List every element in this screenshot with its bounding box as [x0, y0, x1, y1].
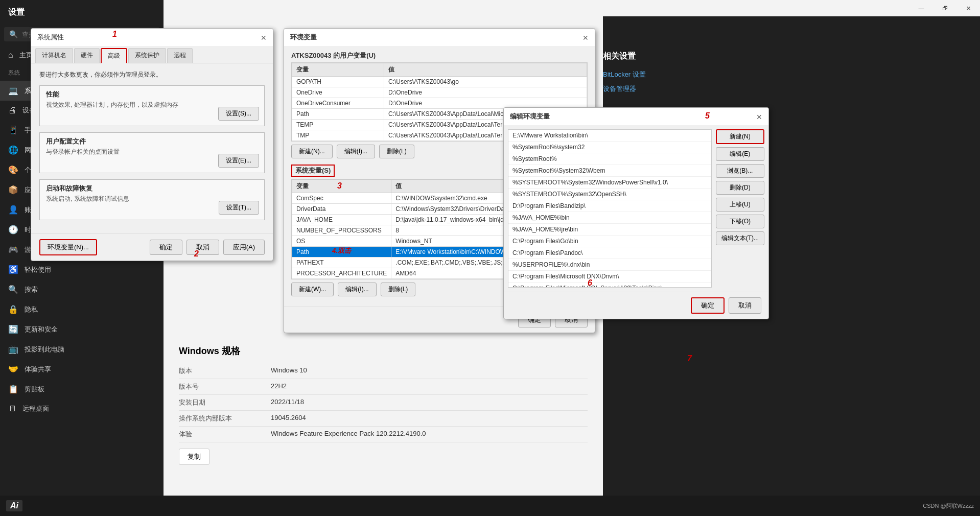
sys-delete-btn[interactable]: 删除(L)	[381, 283, 416, 296]
annotation-6: 6	[588, 278, 592, 288]
user-var-row-gopath[interactable]: GOPATH C:\Users\ATKSZ00043\go	[292, 77, 587, 87]
env-item-10[interactable]: C:\Program Files\Pandoc\	[508, 247, 711, 259]
env-item-0[interactable]: E:\VMware Workstation\bin\	[508, 130, 711, 142]
user-new-btn[interactable]: 新建(N)...	[291, 145, 333, 158]
copy-button[interactable]: 复制	[179, 449, 209, 465]
sys-props-close-btn[interactable]: ✕	[255, 33, 272, 46]
edit-env-edit-btn[interactable]: 编辑(E)	[716, 147, 764, 161]
env-item-12[interactable]: C:\Program Files\Microsoft DNX\Dnvm\	[508, 271, 711, 283]
annotation-5: 5	[705, 111, 710, 121]
env-vars-title: 环境变量	[284, 33, 323, 46]
devices-icon: 🖨	[8, 106, 16, 115]
spec-value-osbuild: 19045.2604	[271, 414, 306, 423]
env-vars-button[interactable]: 环境变量(N)...	[39, 239, 97, 255]
env-item-5[interactable]: %SYSTEMROOT%\System32\OpenSSH\	[508, 189, 711, 200]
maximize-button[interactable]: 🗗	[933, 0, 956, 16]
edit-env-list: E:\VMware Workstation\bin\ %SystemRoot%\…	[508, 129, 712, 288]
nav-item-remote[interactable]: 🖥 远程桌面	[0, 399, 164, 418]
phone-icon: 📱	[8, 125, 18, 135]
bitlocker-link[interactable]: BitLocker 设置	[603, 70, 980, 79]
close-button[interactable]: ✕	[956, 0, 980, 16]
sys-props-ok-btn[interactable]: 确定	[150, 240, 182, 255]
profile-settings-btn[interactable]: 设置(E)...	[218, 154, 259, 168]
env-item-8[interactable]: %JAVA_HOME%\jre\bin	[508, 224, 711, 236]
share-icon: 🤝	[8, 364, 18, 374]
edit-env-new-btn[interactable]: 新建(N)	[716, 129, 764, 144]
update-icon: 🔄	[8, 324, 18, 334]
user-edit-btn[interactable]: 编辑(I)...	[337, 145, 375, 158]
tab-hardware[interactable]: 硬件	[74, 48, 100, 63]
env-item-3[interactable]: %SystemRoot%\System32\Wbem	[508, 165, 711, 177]
network-icon: 🌐	[8, 145, 18, 155]
env-item-13[interactable]: C:\Program Files\Microsoft SQL Server\12…	[508, 283, 711, 288]
sys-props-bottom: 环境变量(N)... 确定 取消 应用(A)	[31, 233, 273, 261]
windows-spec-title: Windows 规格	[179, 345, 588, 357]
nav-label-privacy: 隐私	[25, 305, 38, 314]
user-delete-btn[interactable]: 删除(L)	[379, 145, 414, 158]
nav-label-share: 体验共享	[25, 365, 51, 374]
tab-advanced[interactable]: 高级	[101, 48, 127, 63]
tab-computer-name[interactable]: 计算机名	[35, 48, 73, 63]
env-item-9[interactable]: C:\Program Files\Go\bin	[508, 236, 711, 247]
edit-env-movedown-btn[interactable]: 下移(O)	[716, 215, 764, 228]
env-item-6[interactable]: D:\Program Files\Bandizip\	[508, 200, 711, 212]
env-item-1[interactable]: %SystemRoot%\system32	[508, 142, 711, 153]
edit-env-ok-btn[interactable]: 确定	[691, 297, 725, 314]
search-nav-icon: 🔍	[8, 285, 18, 294]
related-settings-title: 相关设置	[603, 51, 980, 62]
nav-item-ease[interactable]: ♿ 轻松使用	[0, 260, 164, 279]
sys-props-apply-btn[interactable]: 应用(A)	[223, 240, 265, 255]
annotation-4: 4.双击	[332, 246, 351, 255]
user-var-name-onedriveconsumer: OneDriveConsumer	[292, 98, 384, 109]
admin-note: 要进行大多数更改，你必须作为管理员登录。	[39, 71, 265, 79]
env-item-11[interactable]: %USERPROFILE%\.dnx\bin	[508, 259, 711, 271]
edit-env-edittext-btn[interactable]: 编辑文本(T)...	[716, 231, 764, 245]
ease-icon: ♿	[8, 265, 18, 274]
sys-var-name-procarch: PROCESSOR_ARCHITECTURE	[292, 268, 391, 279]
taskbar-copyright: CSDN @阿联Wzzzz	[923, 502, 974, 510]
taskbar-ai-label[interactable]: Ai	[6, 500, 22, 511]
env-vars-titlebar: 环境变量 ✕	[284, 29, 595, 46]
nav-item-update[interactable]: 🔄 更新和安全	[0, 319, 164, 339]
sys-edit-btn[interactable]: 编辑(I)...	[338, 283, 376, 296]
annotation-2: 2	[194, 249, 199, 259]
sys-var-name-numproc: NUMBER_OF_PROCESSORS	[292, 225, 391, 236]
tab-system-protection[interactable]: 系统保护	[128, 48, 166, 63]
edit-env-cancel-btn[interactable]: 取消	[729, 297, 761, 314]
spec-label-install: 安装日期	[179, 398, 271, 407]
search-icon: 🔍	[9, 30, 18, 38]
env-vars-close-btn[interactable]: ✕	[577, 33, 594, 46]
nav-item-share[interactable]: 🤝 体验共享	[0, 359, 164, 379]
startup-settings-btn[interactable]: 设置(T)...	[219, 201, 259, 215]
nav-item-privacy[interactable]: 🔒 隐私	[0, 299, 164, 319]
nav-item-search[interactable]: 🔍 搜索	[0, 279, 164, 299]
sys-props-cancel-btn[interactable]: 取消	[186, 240, 219, 255]
tab-remote[interactable]: 远程	[167, 48, 193, 63]
env-item-2[interactable]: %SystemRoot%	[508, 153, 711, 165]
user-var-row-onedrive[interactable]: OneDrive D:\OneDrive	[292, 87, 587, 98]
user-var-col-value: 值	[384, 63, 587, 77]
home-icon: ⌂	[8, 51, 13, 60]
minimize-button[interactable]: —	[909, 0, 933, 16]
edit-env-browse-btn[interactable]: 浏览(B)...	[716, 164, 764, 178]
edit-env-dialog: 编辑环境变量 ✕ E:\VMware Workstation\bin\ %Sys…	[503, 107, 769, 319]
perf-settings-btn[interactable]: 设置(S)...	[218, 107, 259, 121]
user-var-name-temp: TEMP	[292, 120, 384, 130]
spec-row-osbuild: 操作系统内部版本 19045.2604	[179, 411, 588, 427]
env-item-4[interactable]: %SYSTEMROOT%\System32\WindowsPowerShell\…	[508, 177, 711, 189]
nav-item-project[interactable]: 📺 投影到此电脑	[0, 339, 164, 359]
spec-row-experience: 体验 Windows Feature Experience Pack 120.2…	[179, 427, 588, 442]
project-icon: 📺	[8, 344, 18, 354]
sys-new-btn[interactable]: 新建(W)...	[291, 283, 334, 296]
sys-var-name-driverdata: DriverData	[292, 204, 391, 215]
edit-env-close-btn[interactable]: ✕	[751, 112, 767, 125]
edit-env-moveup-btn[interactable]: 上移(U)	[716, 198, 764, 212]
env-item-7[interactable]: %JAVA_HOME%\bin	[508, 212, 711, 224]
clipboard-icon: 📋	[8, 384, 18, 394]
user-vars-title: ATKSZ00043 的用户变量(U)	[291, 51, 588, 60]
spec-label-experience: 体验	[179, 430, 271, 439]
device-manager-link[interactable]: 设备管理器	[603, 84, 980, 93]
edit-env-delete-btn[interactable]: 删除(D)	[716, 181, 764, 195]
edit-env-body: E:\VMware Workstation\bin\ %SystemRoot%\…	[504, 125, 768, 292]
nav-item-clipboard[interactable]: 📋 剪贴板	[0, 379, 164, 399]
